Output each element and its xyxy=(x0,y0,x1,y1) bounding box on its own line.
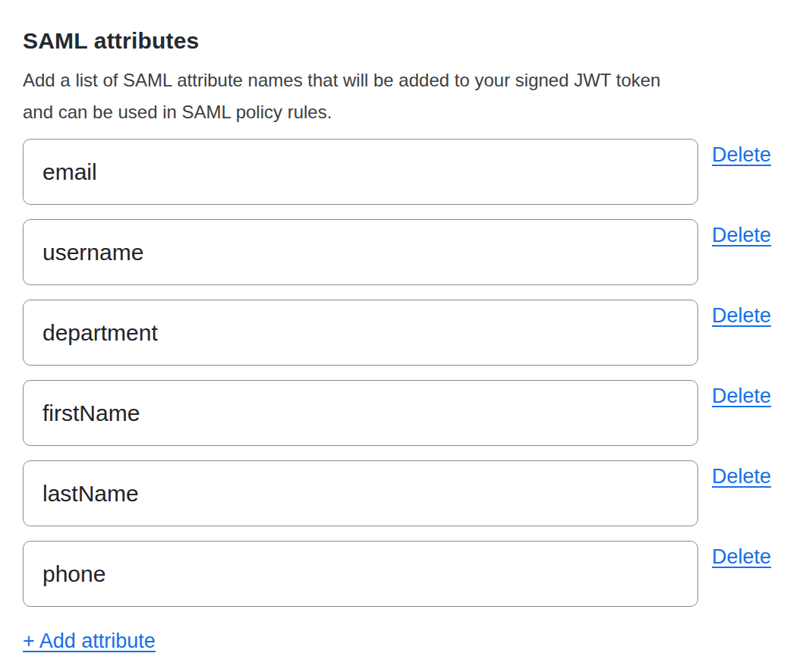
delete-attribute-link[interactable]: Delete xyxy=(712,304,771,328)
attribute-name-input[interactable] xyxy=(23,460,698,526)
attribute-name-input[interactable] xyxy=(23,541,698,607)
section-title: SAML attributes xyxy=(23,27,786,55)
delete-attribute-link[interactable]: Delete xyxy=(712,465,771,488)
attribute-row: Delete xyxy=(23,300,786,366)
attribute-row: Delete xyxy=(23,541,786,607)
attribute-name-input[interactable] xyxy=(23,300,698,366)
attribute-list: Delete Delete Delete Delete Delete Delet… xyxy=(23,139,786,607)
delete-attribute-link[interactable]: Delete xyxy=(712,385,771,408)
attribute-row: Delete xyxy=(23,219,786,285)
section-description-line-2: and can be used in SAML policy rules. xyxy=(23,96,786,128)
section-description: Add a list of SAML attribute names that … xyxy=(23,64,786,128)
delete-attribute-link[interactable]: Delete xyxy=(712,545,771,569)
attribute-name-input[interactable] xyxy=(23,139,698,205)
attribute-row: Delete xyxy=(23,139,786,205)
delete-attribute-link[interactable]: Delete xyxy=(712,224,771,247)
attribute-name-input[interactable] xyxy=(23,219,698,285)
attribute-row: Delete xyxy=(23,460,786,526)
attribute-row: Delete xyxy=(23,380,786,446)
add-attribute-link[interactable]: + Add attribute xyxy=(23,630,156,653)
attribute-name-input[interactable] xyxy=(23,380,698,446)
delete-attribute-link[interactable]: Delete xyxy=(712,143,771,167)
section-description-line-1: Add a list of SAML attribute names that … xyxy=(23,64,786,96)
